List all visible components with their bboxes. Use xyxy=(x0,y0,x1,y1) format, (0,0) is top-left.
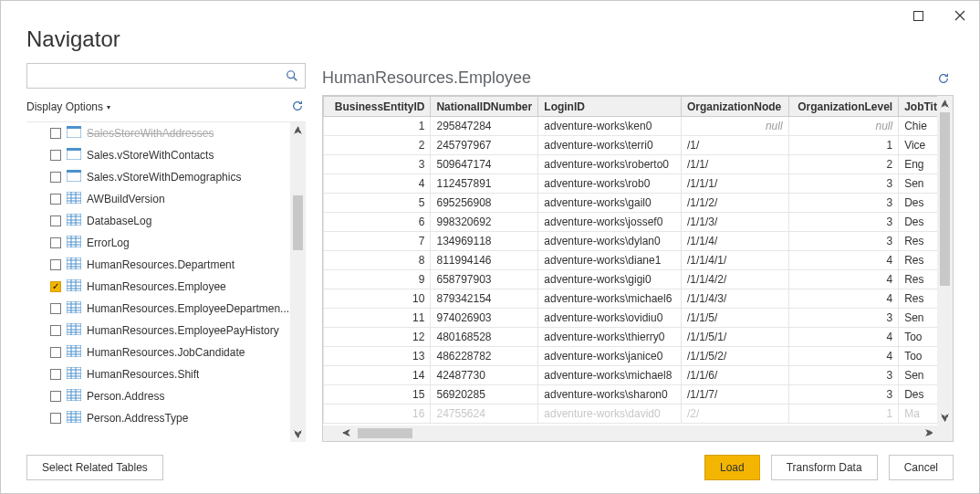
cell: 295847284 xyxy=(431,117,538,136)
table-row[interactable]: 10879342154adventure-works\michael6/1/1/… xyxy=(324,289,953,309)
scroll-down-icon[interactable]: ⮟ xyxy=(937,410,953,426)
close-button[interactable] xyxy=(946,5,974,26)
cell: 56920285 xyxy=(431,385,538,405)
tree-item-checkbox[interactable] xyxy=(50,259,61,270)
tree-item[interactable]: HumanResources.Employee xyxy=(26,276,306,298)
cell: 9 xyxy=(324,270,431,289)
column-header[interactable]: OrganizationNode xyxy=(681,97,788,117)
select-related-tables-button[interactable]: Select Related Tables xyxy=(26,455,163,480)
cell: 4 xyxy=(788,270,899,289)
refresh-tree-icon[interactable] xyxy=(291,100,304,115)
cell: 4 xyxy=(788,347,899,366)
view-icon xyxy=(67,126,81,141)
tree-item[interactable]: HumanResources.JobCandidate xyxy=(26,342,306,363)
table-tree: SalesStoreWithAddressesSales.vStoreWithC… xyxy=(26,121,306,442)
tree-item[interactable]: DatabaseLog xyxy=(26,210,306,232)
table-row[interactable]: 8811994146adventure-works\diane1/1/1/4/1… xyxy=(324,251,953,270)
tree-item-checkbox[interactable] xyxy=(50,281,61,292)
transform-data-button[interactable]: Transform Data xyxy=(771,455,878,480)
tree-item[interactable]: HumanResources.Department xyxy=(26,254,306,276)
cell: /1/1/6/ xyxy=(681,366,788,385)
table-icon xyxy=(67,367,81,382)
tree-item-checkbox[interactable] xyxy=(50,150,61,161)
table-icon xyxy=(67,301,81,316)
tree-item[interactable]: Person.AddressType xyxy=(26,407,306,429)
cell: 811994146 xyxy=(431,251,538,270)
tree-scrollbar[interactable]: ⮝ ⮟ xyxy=(290,122,306,442)
search-input[interactable] xyxy=(27,64,279,88)
column-header[interactable]: NationalIDNumber xyxy=(431,97,538,117)
refresh-preview-icon[interactable] xyxy=(937,72,950,88)
tree-item-checkbox[interactable] xyxy=(50,194,61,205)
tree-item-label: DatabaseLog xyxy=(87,215,151,227)
scroll-up-icon[interactable]: ⮝ xyxy=(290,122,306,138)
grid-horizontal-scrollbar[interactable]: ⮜ ⮞ xyxy=(323,426,953,441)
maximize-button[interactable] xyxy=(904,5,932,26)
tree-item-label: HumanResources.JobCandidate xyxy=(87,346,245,359)
search-icon[interactable] xyxy=(279,64,305,88)
cell: 42487730 xyxy=(431,366,538,385)
table-icon xyxy=(67,236,81,250)
table-row[interactable]: 12480168528adventure-works\thierry0/1/1/… xyxy=(324,328,953,347)
tree-item[interactable]: Person.Address xyxy=(26,385,306,407)
search-box[interactable] xyxy=(26,63,306,89)
preview-title: HumanResources.Employee xyxy=(322,68,531,88)
grid-vertical-scrollbar[interactable]: ⮝ ⮟ xyxy=(937,96,953,426)
tree-item[interactable]: Sales.vStoreWithContacts xyxy=(26,144,306,166)
cell: 695256908 xyxy=(431,194,538,213)
data-grid[interactable]: BusinessEntityIDNationalIDNumberLoginIDO… xyxy=(322,95,954,442)
table-row[interactable]: 1295847284adventure-works\ken0nullnullCh… xyxy=(324,117,953,136)
tree-item[interactable]: Sales.vStoreWithDemographics xyxy=(26,166,306,188)
cell: 8 xyxy=(324,251,431,270)
table-row[interactable]: 13486228782adventure-works\janice0/1/1/5… xyxy=(324,347,953,366)
tree-item[interactable]: HumanResources.Shift xyxy=(26,363,306,385)
tree-item-checkbox[interactable] xyxy=(50,325,61,336)
tree-item-checkbox[interactable] xyxy=(50,369,61,380)
preview-pane: HumanResources.Employee BusinessEntityID… xyxy=(322,56,954,442)
display-options-label: Display Options xyxy=(26,100,103,113)
tree-item-checkbox[interactable] xyxy=(50,347,61,358)
scroll-left-icon[interactable]: ⮜ xyxy=(339,426,354,441)
tree-item-checkbox[interactable] xyxy=(50,128,61,139)
tree-scroll-thumb[interactable] xyxy=(293,195,303,250)
column-header[interactable]: LoginID xyxy=(538,97,682,117)
scroll-right-icon[interactable]: ⮞ xyxy=(922,426,937,441)
cell: 879342154 xyxy=(431,289,538,309)
load-button[interactable]: Load xyxy=(704,455,760,480)
column-header[interactable]: OrganizationLevel xyxy=(788,97,899,117)
tree-item[interactable]: HumanResources.EmployeeDepartmen... xyxy=(26,298,306,320)
tree-item[interactable]: ErrorLog xyxy=(26,232,306,254)
tree-item-checkbox[interactable] xyxy=(50,391,61,402)
tree-item-checkbox[interactable] xyxy=(50,303,61,314)
table-row[interactable]: 3509647174adventure-works\roberto0/1/1/2… xyxy=(324,155,953,174)
column-header[interactable]: BusinessEntityID xyxy=(324,97,431,117)
tree-item-checkbox[interactable] xyxy=(50,237,61,248)
table-row[interactable]: 2245797967adventure-works\terri0/1/1Vice xyxy=(324,136,953,155)
table-row[interactable]: 7134969118adventure-works\dylan0/1/1/4/3… xyxy=(324,232,953,251)
tree-item[interactable]: SalesStoreWithAddresses xyxy=(26,122,306,144)
table-row[interactable]: 9658797903adventure-works\gigi0/1/1/4/2/… xyxy=(324,270,953,289)
table-row[interactable]: 1556920285adventure-works\sharon0/1/1/7/… xyxy=(324,385,953,405)
tree-item-checkbox[interactable] xyxy=(50,413,61,424)
table-row[interactable]: 11974026903adventure-works\ovidiu0/1/1/5… xyxy=(324,309,953,328)
grid-hscroll-thumb[interactable] xyxy=(358,428,412,438)
cancel-button[interactable]: Cancel xyxy=(889,455,954,480)
table-row[interactable]: 1624755624adventure-works\david0/2/1Ma xyxy=(324,405,953,424)
tree-item-checkbox[interactable] xyxy=(50,215,61,226)
cell: 4 xyxy=(324,174,431,194)
cell: /1/1/1/ xyxy=(681,174,788,194)
tree-item-checkbox[interactable] xyxy=(50,172,61,183)
tree-item-label: Sales.vStoreWithContacts xyxy=(87,149,214,162)
tree-item[interactable]: HumanResources.EmployeePayHistory xyxy=(26,320,306,342)
table-row[interactable]: 5695256908adventure-works\gail0/1/1/2/3D… xyxy=(324,194,953,213)
title-bar xyxy=(1,1,979,26)
display-options-dropdown[interactable]: Display Options ▾ xyxy=(26,100,110,113)
cell: 6 xyxy=(324,213,431,232)
tree-item[interactable]: AWBuildVersion xyxy=(26,188,306,210)
table-row[interactable]: 1442487730adventure-works\michael8/1/1/6… xyxy=(324,366,953,385)
scroll-up-icon[interactable]: ⮝ xyxy=(937,96,953,111)
grid-vscroll-thumb[interactable] xyxy=(940,112,950,286)
table-row[interactable]: 4112457891adventure-works\rob0/1/1/1/3Se… xyxy=(324,174,953,194)
scroll-down-icon[interactable]: ⮟ xyxy=(290,426,306,442)
table-row[interactable]: 6998320692adventure-works\jossef0/1/1/3/… xyxy=(324,213,953,232)
